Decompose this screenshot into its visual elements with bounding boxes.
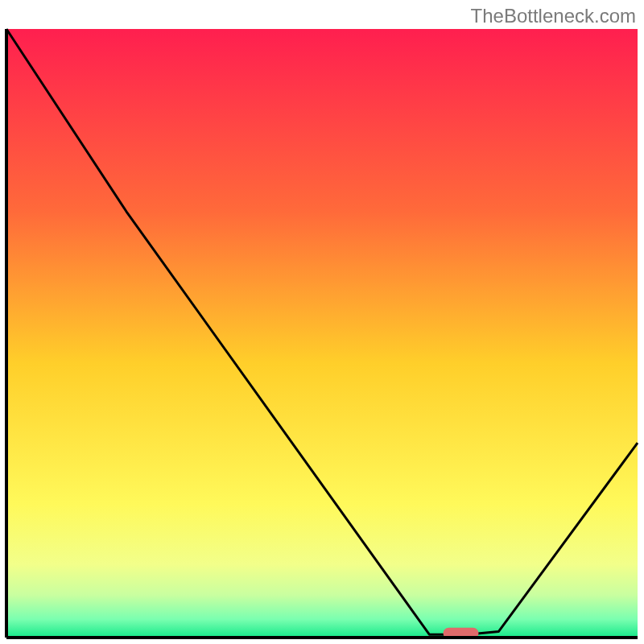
gradient-background — [6, 29, 638, 638]
bottleneck-chart — [0, 0, 644, 644]
chart-container: TheBottleneck.com — [0, 0, 644, 644]
